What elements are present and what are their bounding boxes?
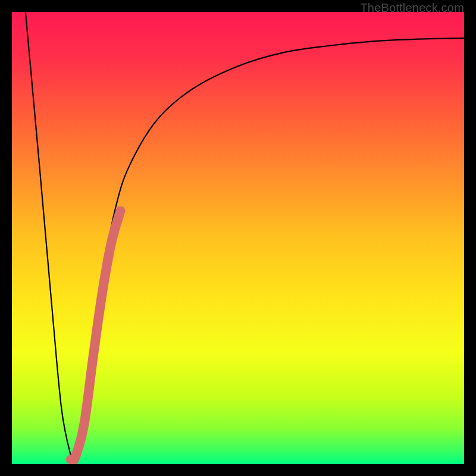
watermark-text: TheBottleneck.com — [360, 1, 464, 15]
highlighted-segment-line — [71, 211, 121, 461]
chart-curves — [12, 12, 464, 464]
outer-frame: TheBottleneck.com — [0, 0, 476, 476]
plot-area — [12, 12, 464, 464]
